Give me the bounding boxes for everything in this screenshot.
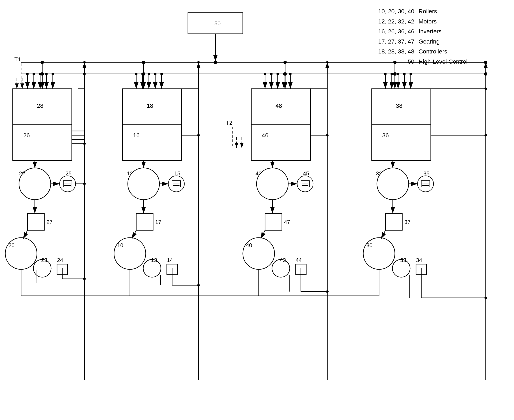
svg-point-100 [270, 73, 273, 75]
svg-text:46: 46 [262, 132, 268, 139]
svg-text:45: 45 [303, 170, 309, 177]
svg-point-102 [283, 73, 285, 75]
svg-point-166 [197, 284, 200, 286]
svg-point-101 [276, 73, 279, 75]
svg-text:47: 47 [284, 219, 290, 225]
svg-text:18: 18 [147, 103, 153, 109]
svg-point-174 [485, 297, 487, 299]
svg-text:36: 36 [382, 132, 389, 139]
svg-point-133 [403, 73, 406, 75]
svg-text:12: 12 [127, 170, 133, 177]
svg-point-14 [214, 61, 217, 64]
svg-point-58 [83, 142, 86, 145]
svg-point-90 [197, 134, 200, 136]
svg-text:43: 43 [280, 257, 286, 263]
svg-text:50: 50 [214, 20, 221, 27]
svg-text:38: 38 [396, 103, 402, 109]
svg-text:30: 30 [366, 242, 373, 248]
svg-point-13 [142, 61, 145, 64]
svg-text:35: 35 [423, 170, 430, 177]
svg-line-115 [261, 230, 265, 239]
svg-point-12 [41, 61, 44, 64]
svg-point-37 [33, 73, 35, 75]
gearing-17 [136, 213, 153, 230]
svg-text:23: 23 [41, 257, 47, 263]
gearing-37 [385, 213, 402, 230]
svg-point-157 [83, 182, 86, 185]
svg-point-71 [154, 73, 156, 75]
svg-point-131 [390, 73, 393, 75]
svg-point-15 [283, 61, 287, 64]
svg-point-170 [326, 290, 329, 293]
svg-text:37: 37 [404, 219, 411, 225]
svg-point-132 [397, 73, 399, 75]
svg-text:25: 25 [66, 170, 72, 177]
svg-text:16: 16 [133, 132, 140, 139]
svg-point-121 [326, 134, 329, 136]
svg-text:17: 17 [155, 219, 161, 225]
svg-text:34: 34 [416, 257, 422, 263]
svg-text:48: 48 [275, 103, 282, 109]
t2-label: T2 [226, 120, 232, 126]
svg-point-151 [485, 134, 487, 136]
svg-text:40: 40 [246, 242, 252, 248]
svg-point-152 [485, 88, 487, 90]
svg-text:13: 13 [151, 257, 157, 263]
svg-text:33: 33 [400, 257, 406, 263]
gearing-27 [28, 213, 44, 230]
circuit-diagram: 50 T1 T2 [0, 0, 514, 420]
svg-text:20: 20 [8, 242, 15, 248]
svg-text:26: 26 [23, 132, 30, 139]
diagram-container: 10, 20, 30, 40 Rollers 12, 22, 32, 42 Mo… [0, 0, 514, 420]
svg-point-134 [410, 73, 412, 75]
svg-point-103 [289, 73, 292, 75]
svg-text:10: 10 [117, 242, 123, 248]
svg-point-36 [26, 73, 29, 75]
gearing-47 [265, 213, 282, 230]
svg-text:32: 32 [376, 170, 382, 177]
svg-point-162 [83, 278, 86, 280]
svg-point-38 [39, 73, 41, 75]
svg-text:22: 22 [19, 170, 25, 177]
svg-text:42: 42 [256, 170, 262, 177]
svg-point-68 [135, 73, 138, 75]
svg-point-70 [148, 73, 150, 75]
svg-point-72 [160, 73, 163, 75]
t1-label: T1 [14, 56, 21, 62]
svg-point-16 [393, 61, 397, 64]
svg-text:24: 24 [57, 257, 63, 263]
svg-text:44: 44 [296, 257, 302, 263]
svg-point-99 [264, 73, 266, 75]
svg-line-52 [23, 230, 28, 239]
svg-point-39 [45, 73, 48, 75]
svg-line-146 [381, 230, 385, 239]
svg-text:28: 28 [37, 103, 43, 109]
svg-line-84 [132, 230, 136, 239]
svg-text:14: 14 [167, 257, 173, 263]
svg-point-130 [384, 73, 387, 75]
svg-text:15: 15 [174, 170, 180, 177]
svg-text:27: 27 [46, 219, 52, 225]
svg-point-69 [141, 73, 144, 75]
svg-point-40 [51, 73, 54, 75]
svg-point-25 [393, 72, 397, 76]
